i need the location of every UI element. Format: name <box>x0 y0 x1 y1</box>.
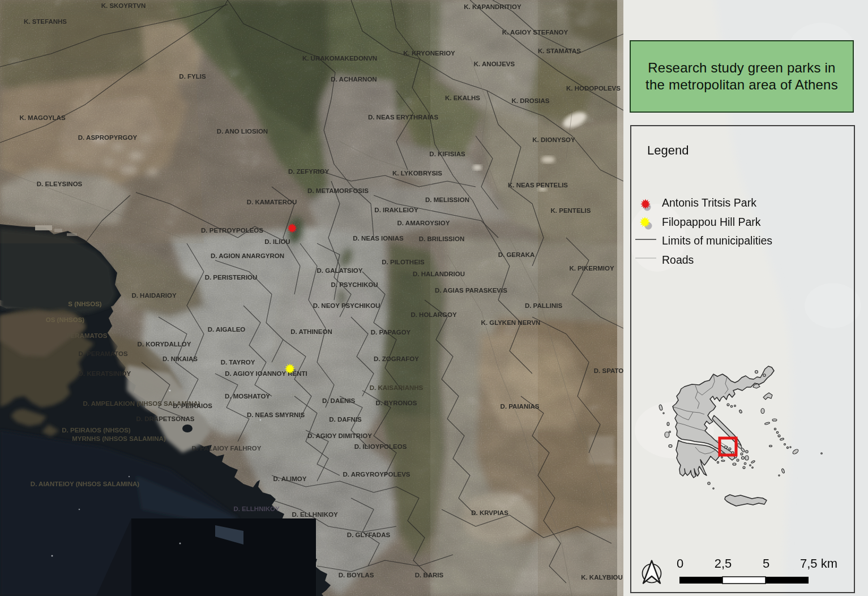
svg-text:K. GLYKEN NERVN: K. GLYKEN NERVN <box>481 319 541 326</box>
svg-text:D. HAIDARIOY: D. HAIDARIOY <box>131 292 177 299</box>
svg-text:D. HOLARGOY: D. HOLARGOY <box>411 311 456 318</box>
svg-text:K. LYKOBRYSIS: K. LYKOBRYSIS <box>392 170 442 177</box>
svg-text:D. KIFISIAS: D. KIFISIAS <box>429 151 465 157</box>
svg-text:D. MELISSION: D. MELISSION <box>425 196 469 203</box>
svg-text:D. MOSHATOY: D. MOSHATOY <box>225 393 270 400</box>
svg-text:K. KRYONERIOY: K. KRYONERIOY <box>403 50 455 57</box>
svg-text:D. AGIOY DIMITRIOY: D. AGIOY DIMITRIOY <box>307 432 372 439</box>
svg-text:D. PALLINIS: D. PALLINIS <box>525 302 563 309</box>
svg-text:K. PENTELIS: K. PENTELIS <box>551 207 591 214</box>
svg-text:D. KORYDALLOY: D. KORYDALLOY <box>138 341 191 348</box>
svg-text:K. ANOIJEVS: K. ANOIJEVS <box>474 61 515 67</box>
svg-text:D. BYRONOS: D. BYRONOS <box>376 400 417 406</box>
svg-text:K. STAMATAS: K. STAMATAS <box>538 48 581 54</box>
svg-text:K. EKALHS: K. EKALHS <box>445 95 480 101</box>
svg-text:K. PIKERMIOY: K. PIKERMIOY <box>569 265 614 272</box>
svg-text:D. KAMATEROU: D. KAMATEROU <box>247 199 297 205</box>
svg-text:D. GERAKA: D. GERAKA <box>498 251 535 258</box>
svg-text:S (NHSOS): S (NHSOS) <box>68 301 102 307</box>
svg-text:D. SPATO: D. SPATO <box>594 367 623 374</box>
svg-text:D. AMAROYSIOY: D. AMAROYSIOY <box>397 220 450 226</box>
svg-text:D. PERAMATOS: D. PERAMATOS <box>78 350 127 357</box>
svg-text:D. ZOGRAFOY: D. ZOGRAFOY <box>374 355 419 362</box>
svg-text:. PERAMATOS: . PERAMATOS <box>63 332 108 339</box>
svg-text:D. IRAKLEIOY: D. IRAKLEIOY <box>374 207 418 213</box>
svg-text:K. DIONYSOY: K. DIONYSOY <box>532 136 575 143</box>
svg-text:D. ELEYSINOS: D. ELEYSINOS <box>37 181 83 187</box>
svg-text:K. URAKOMAKEDONVN: K. URAKOMAKEDONVN <box>302 55 377 62</box>
svg-text:D. ZEFYRIOY: D. ZEFYRIOY <box>288 168 330 175</box>
svg-text:K. KAPANDRITIOY: K. KAPANDRITIOY <box>464 3 521 10</box>
svg-text:D. AGION ANARGYRON: D. AGION ANARGYRON <box>211 252 284 259</box>
svg-text:K. DROSIAS: K. DROSIAS <box>511 97 549 104</box>
svg-text:D. BOYLAS: D. BOYLAS <box>339 572 374 578</box>
svg-text:D. DAFNIS: D. DAFNIS <box>329 416 362 423</box>
svg-text:K. HODOPOLEVS: K. HODOPOLEVS <box>566 85 621 92</box>
svg-text:D. AGIAS PARASKEVIS: D. AGIAS PARASKEVIS <box>435 287 507 294</box>
svg-text:OS (NHSOS): OS (NHSOS) <box>46 316 85 323</box>
svg-text:D. PILOTHEIS: D. PILOTHEIS <box>382 259 425 265</box>
svg-text:D. AIANTEIOY (NHSOS SALAMINA): D. AIANTEIOY (NHSOS SALAMINA) <box>31 481 139 487</box>
svg-text:K. SKOYRTVN: K. SKOYRTVN <box>101 2 146 9</box>
svg-text:D. PETROYPOLEOS: D. PETROYPOLEOS <box>201 227 263 234</box>
svg-text:D. AIGALEO: D. AIGALEO <box>208 326 246 333</box>
svg-text:D. NEAS IONIAS: D. NEAS IONIAS <box>353 235 404 242</box>
svg-text:D. PSYCHIKOU: D. PSYCHIKOU <box>331 281 378 288</box>
svg-text:D. ATHINEON: D. ATHINEON <box>290 328 332 335</box>
svg-text:K. KALYBIOU: K. KALYBIOU <box>581 574 623 581</box>
svg-text:D. GLYFADAS: D. GLYFADAS <box>347 531 391 538</box>
svg-text:D. KERATSINIOY: D. KERATSINIOY <box>79 370 131 377</box>
svg-text:K. MAGOYLAS: K. MAGOYLAS <box>19 114 65 121</box>
svg-text:D. PAIANIAS: D. PAIANIAS <box>501 403 540 410</box>
svg-text:D. ILIOYPOLEOS: D. ILIOYPOLEOS <box>354 443 407 450</box>
svg-text:K. STEFANHS: K. STEFANHS <box>24 18 67 25</box>
svg-text:D. GALATSIOY: D. GALATSIOY <box>317 267 363 274</box>
svg-text:K. NEAS PENTELIS: K. NEAS PENTELIS <box>508 182 568 188</box>
svg-text:D. TAYROY: D. TAYROY <box>221 359 255 366</box>
svg-text:MYRNHS (NHSOS SALAMINA): MYRNHS (NHSOS SALAMINA) <box>72 435 166 442</box>
svg-text:D. HALANDRIOU: D. HALANDRIOU <box>413 271 465 277</box>
svg-text:K. AGIOY STEFANOY: K. AGIOY STEFANOY <box>502 29 568 36</box>
svg-text:D. ACHARNON: D. ACHARNON <box>331 76 377 83</box>
svg-text:D. ELLHNIKOY: D. ELLHNIKOY <box>292 511 337 518</box>
svg-text:D. DRAPETSONAS: D. DRAPETSONAS <box>136 415 195 422</box>
svg-text:D. DAENIS: D. DAENIS <box>322 397 355 404</box>
svg-text:D. ARGYROYPOLEVS: D. ARGYROYPOLEVS <box>343 471 410 478</box>
svg-text:D. METAMORFOSIS: D. METAMORFOSIS <box>307 187 369 194</box>
svg-text:D. ANO LIOSION: D. ANO LIOSION <box>217 128 268 135</box>
svg-text:D. NIKAIAS: D. NIKAIAS <box>163 355 198 362</box>
svg-text:D. PAPAGOY: D. PAPAGOY <box>371 329 411 336</box>
svg-text:D. BRILISSION: D. BRILISSION <box>419 235 465 242</box>
svg-text:D. NEAS SMYRNIS: D. NEAS SMYRNIS <box>247 411 305 418</box>
svg-text:D. ELLHNIKOY: D. ELLHNIKOY <box>233 505 279 512</box>
svg-text:D. PEIRAIOS (NHSOS): D. PEIRAIOS (NHSOS) <box>62 427 131 434</box>
svg-text:D. PERISTERIOU: D. PERISTERIOU <box>205 274 258 281</box>
svg-text:D. ALIMOY: D. ALIMOY <box>273 475 307 482</box>
svg-text:D. KAISARIANHS: D. KAISARIANHS <box>370 384 424 391</box>
svg-text:D. BARIS: D. BARIS <box>415 572 444 578</box>
svg-text:D. KRVPIAS: D. KRVPIAS <box>471 509 508 516</box>
svg-text:D. PEIRAIOS: D. PEIRAIOS <box>173 402 212 409</box>
svg-text:D. NEAS ERYTHRAIAS: D. NEAS ERYTHRAIAS <box>368 114 438 121</box>
svg-text:D. PALAIOY FALHROY: D. PALAIOY FALHROY <box>192 445 262 452</box>
svg-text:D. NEOY PSYCHIKOU: D. NEOY PSYCHIKOU <box>313 302 380 309</box>
svg-text:D. ASPROPYRGOY: D. ASPROPYRGOY <box>78 134 138 141</box>
svg-text:D. FYLIS: D. FYLIS <box>179 73 206 80</box>
svg-text:D. ILIOU: D. ILIOU <box>264 238 290 245</box>
